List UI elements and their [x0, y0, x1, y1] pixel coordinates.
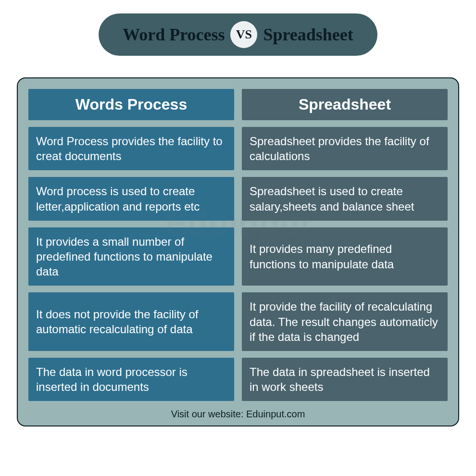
table-row: The data in spreadsheet is inserted in w…: [242, 358, 448, 401]
comparison-table: Eduinput Words Process Spreadsheet Word …: [17, 77, 459, 426]
table-row: Spreadsheet provides the facility of cal…: [242, 127, 448, 170]
table-row: It provides a small number of predefined…: [28, 227, 234, 286]
table-row: Spreadsheet is used to create salary,she…: [242, 177, 448, 220]
table-row: It does not provide the facility of auto…: [28, 292, 234, 351]
title-right: Spreadsheet: [263, 25, 353, 45]
table-row: The data in word processor is inserted i…: [28, 358, 234, 401]
column-header-right: Spreadsheet: [242, 89, 448, 120]
vs-badge: VS: [230, 21, 257, 48]
table-row: It provide the facility of recalculating…: [242, 292, 448, 351]
title-pill: Word Process VS Spreadsheet: [99, 13, 377, 56]
footer-text: Visit our website: Eduinput.com: [28, 406, 448, 422]
title-left: Word Process: [123, 25, 225, 45]
table-row: Word Process provides the facility to cr…: [28, 127, 234, 170]
table-row: Word process is used to create letter,ap…: [28, 177, 234, 220]
column-header-left: Words Process: [28, 89, 234, 120]
table-grid: Words Process Spreadsheet Word Process p…: [28, 89, 448, 401]
table-row: It provides many predefined functions to…: [242, 227, 448, 286]
